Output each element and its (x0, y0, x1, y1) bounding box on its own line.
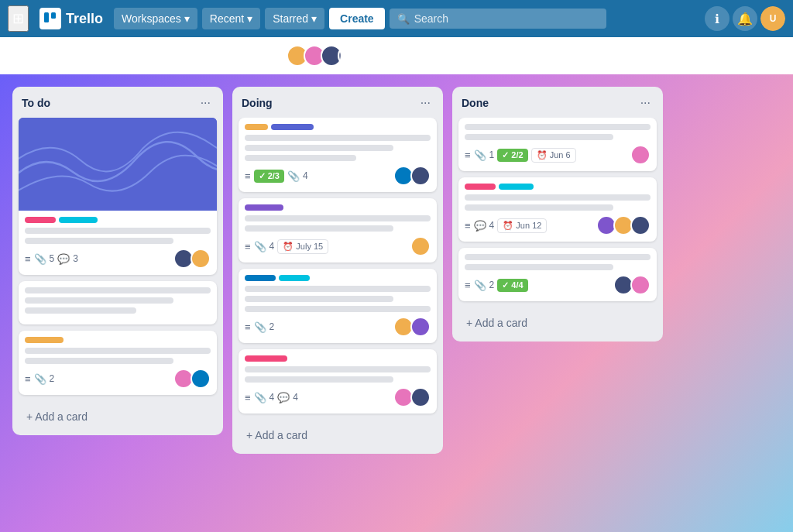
more-members-badge[interactable]: +3 (338, 45, 359, 67)
card-doing-3[interactable]: ≡ 📎 2 (239, 269, 437, 343)
card-cover (19, 118, 217, 211)
user-avatar[interactable]: U (760, 6, 785, 31)
card-doing-2[interactable]: ≡ 📎 4 ⏰ July 15 (239, 198, 437, 263)
card-line (25, 307, 136, 314)
invite-button[interactable]: Invite (366, 46, 408, 65)
list-doing-cards: ≡ ✓ 2/3 📎 4 (232, 118, 443, 420)
attachment-icon: 📎 (34, 373, 46, 385)
card-done-1[interactable]: ≡ 📎 1 ✓ 2/2 ⏰ Jun 6 (458, 118, 657, 171)
card-doing-1[interactable]: ≡ ✓ 2/3 📎 4 (239, 118, 437, 192)
label-pink (465, 184, 496, 190)
card-assignees (613, 275, 651, 295)
label-yellow (25, 337, 64, 343)
comment-icon: 💬 (277, 392, 290, 403)
card-footer: ≡ 📎 4 ⏰ July 15 (245, 236, 431, 256)
hamburger-icon: ≡ (245, 241, 251, 252)
card-line (465, 134, 613, 140)
list-done: Done ··· ≡ 📎 1 ✓ 2/2 ⏰ Jun 6 (452, 87, 663, 342)
card-meta: ≡ 📎 1 ✓ 2/2 ⏰ Jun 6 (465, 148, 624, 163)
card-line (245, 145, 393, 151)
grid-icon[interactable]: ⊞ (8, 5, 29, 32)
card-todo-1[interactable]: ≡ 📎 5 💬 3 (19, 118, 217, 275)
card-footer: ≡ 📎 1 ✓ 2/2 ⏰ Jun 6 (465, 145, 651, 165)
assignee-avatar[interactable] (630, 215, 651, 235)
starred-button[interactable]: Starred ▾ (265, 8, 324, 29)
nav-right: ℹ 🔔 U (705, 6, 785, 31)
card-assignees (393, 317, 431, 337)
list-todo-menu-button[interactable]: ··· (197, 94, 214, 112)
add-card-button-doing[interactable]: + Add a card (239, 423, 437, 448)
assignee-avatar[interactable] (630, 275, 651, 295)
hamburger-icon: ≡ (465, 220, 471, 232)
add-card-button-todo[interactable]: + Add a card (19, 404, 217, 429)
card-todo-3[interactable]: ≡ 📎 2 (19, 331, 217, 395)
assignee-avatar[interactable] (410, 317, 431, 337)
assignee-avatar[interactable] (410, 236, 431, 256)
card-line (25, 348, 211, 354)
list-done-title: Done (462, 97, 489, 109)
hamburger-icon: ≡ (245, 392, 251, 403)
label-cyan (499, 184, 534, 190)
assignee-avatar[interactable] (630, 145, 651, 165)
list-doing-menu-button[interactable]: ··· (417, 94, 434, 112)
label-pink (245, 355, 287, 362)
card-line (245, 225, 393, 232)
card-cover-image (19, 118, 217, 211)
add-card-button-done[interactable]: + Add a card (458, 311, 657, 335)
card-labels (245, 124, 431, 130)
card-content (245, 215, 431, 232)
recent-button[interactable]: Recent ▾ (202, 8, 260, 29)
card-footer: ≡ 📎 5 💬 3 (25, 249, 211, 269)
card-meta: ≡ 📎 5 💬 3 (25, 253, 167, 265)
card-line (465, 204, 613, 211)
card-assignees (630, 145, 651, 165)
card-done-3[interactable]: ≡ 📎 2 ✓ 4/4 (458, 248, 657, 301)
more-options-button[interactable]: ··· (763, 46, 787, 65)
attachment-icon: 📎 (254, 392, 266, 403)
due-date-badge: ⏰ Jun 12 (497, 218, 547, 233)
card-line (245, 296, 393, 302)
card-line (25, 297, 173, 304)
card-todo-2[interactable] (19, 281, 217, 324)
attachment-icon: 📎 (34, 253, 46, 265)
card-done-2[interactable]: ≡ 💬 4 ⏰ Jun 12 (458, 177, 657, 242)
card-assignees (393, 387, 431, 407)
card-content (25, 348, 211, 364)
card-content (245, 286, 431, 312)
card-doing-4[interactable]: ≡ 📎 4 💬 4 (239, 349, 437, 414)
star-button[interactable]: ☆ (187, 48, 197, 63)
assignee-avatar[interactable] (410, 166, 431, 186)
card-meta: ≡ 📎 2 (245, 321, 387, 333)
view-toggle-button[interactable]: ⊞ Board ▾ (34, 46, 97, 65)
notifications-button[interactable]: 🔔 (733, 6, 757, 31)
list-done-cards: ≡ 📎 1 ✓ 2/2 ⏰ Jun 6 (452, 118, 663, 307)
assignee-avatar[interactable] (191, 369, 211, 389)
list-todo-header: To do ··· (12, 87, 223, 118)
card-content (465, 194, 651, 211)
card-line (465, 254, 651, 260)
logo-text: Trello (66, 11, 103, 27)
attachment-count: 5 (50, 253, 55, 264)
card-meta: ≡ ✓ 2/3 📎 4 (245, 170, 387, 183)
assignee-avatar[interactable] (410, 387, 431, 407)
label-purple (271, 124, 314, 130)
assignee-avatar[interactable] (191, 249, 211, 269)
create-button[interactable]: Create (329, 8, 385, 29)
attachment-icon: 📎 (474, 149, 486, 161)
search-placeholder: Search (414, 12, 448, 25)
workspaces-button[interactable]: Workspaces ▾ (114, 8, 197, 29)
list-done-menu-button[interactable]: ··· (637, 94, 654, 112)
card-line (25, 287, 211, 293)
card-line (245, 155, 356, 161)
card-labels (245, 204, 431, 211)
search-bar[interactable]: 🔍 Search (390, 9, 606, 29)
info-button[interactable]: ℹ (705, 6, 729, 31)
logo[interactable]: Trello (33, 8, 109, 29)
card-line (465, 194, 651, 201)
sidebar-toggle-button[interactable]: ‹ (6, 45, 28, 67)
workspace-button[interactable]: Acme, Inc. (217, 46, 280, 65)
card-meta: ≡ 📎 2 ✓ 4/4 (465, 279, 607, 292)
board-title: Team board (103, 47, 181, 63)
board-icon: ⊞ (42, 50, 50, 61)
comment-icon: 💬 (57, 253, 70, 265)
